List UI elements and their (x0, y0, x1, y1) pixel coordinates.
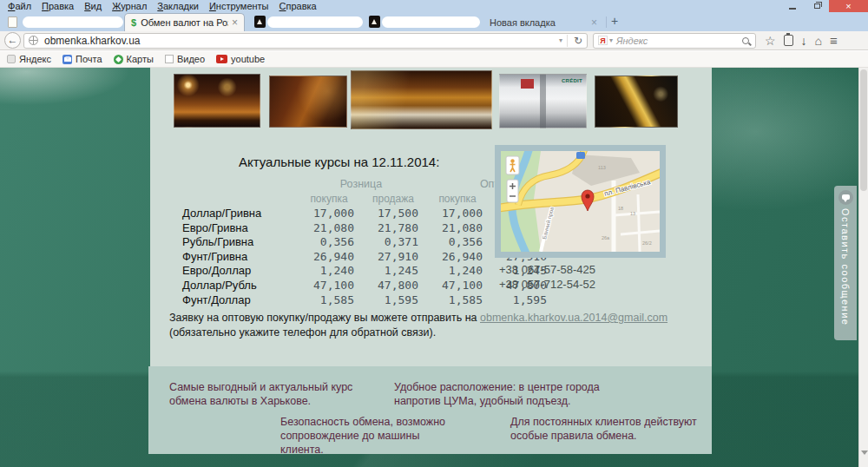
column-header: покупка (425, 193, 490, 205)
menu-bookmarks[interactable]: Закладки (152, 0, 204, 13)
map-building-number: 26а (602, 235, 610, 240)
bookmark-label: Яндекс (19, 54, 51, 64)
titlebar: Файл Правка Вид Журнал Закладки Инструме… (0, 0, 868, 13)
photo-thumbnail-5[interactable] (595, 76, 678, 128)
currency-favicon-icon: $ (131, 17, 136, 28)
background-tab-3[interactable] (382, 16, 480, 28)
bookmark-video[interactable]: Видео (165, 54, 205, 64)
table-row: Фунт/Доллар 1,585 1,595 1,585 1,595 (182, 293, 554, 307)
rate-value: 0,356 (297, 235, 361, 248)
leave-message-tab[interactable]: Оставить сообщение (834, 186, 857, 340)
map-building-number: 113 (598, 165, 606, 170)
toolbar-icons: ☆ ↓ ⌂ ≡ (765, 35, 838, 47)
column-header: покупка (297, 193, 361, 205)
phone-number: +38 057-712-54-52 (499, 277, 595, 292)
bookmark-yandex[interactable]: Яндекс (7, 54, 51, 64)
home-icon[interactable]: ⌂ (815, 35, 822, 47)
search-bar[interactable]: Я ▾ Яндекс (593, 33, 756, 49)
bookmark-star-icon[interactable]: ☆ (765, 35, 776, 47)
bookmark-youtube[interactable]: youtube (216, 54, 265, 64)
background-tab-1[interactable] (23, 16, 123, 28)
currency-pair: Фунт/Гривна (182, 250, 297, 263)
rate-value: 0,356 (425, 235, 490, 248)
video-icon (165, 55, 174, 63)
menu-tools[interactable]: Инструменты (204, 0, 274, 13)
rate-value: 21,080 (297, 221, 361, 234)
background-tab-3-favicon-icon (369, 16, 380, 28)
bookmarks-menu-icon[interactable] (784, 35, 793, 46)
page-favicon-icon (8, 16, 17, 28)
youtube-icon (216, 55, 227, 63)
menu-history[interactable]: Журнал (107, 0, 152, 13)
street-view-pegman-control[interactable] (506, 156, 519, 174)
bookmark-label: Почта (76, 54, 102, 64)
tab-active[interactable]: $ Обмен валют на Розы Л... × (124, 13, 245, 31)
photo-thumbnail-2[interactable] (269, 76, 347, 128)
email-link[interactable]: obmenka.kharkov.ua.2014@gmail.com (480, 312, 667, 324)
currency-pair: Доллар/Рубль (182, 279, 297, 292)
menu-edit[interactable]: Правка (36, 0, 79, 13)
scroll-down-arrow-icon[interactable] (861, 451, 868, 455)
photo-sign-red (521, 79, 534, 88)
bookmark-maps[interactable]: Карты (114, 54, 154, 64)
background-tab-2-favicon-icon (254, 16, 266, 28)
tab-divider (606, 16, 607, 28)
transit-station-icon (576, 152, 585, 159)
rate-value: 47,100 (425, 279, 490, 292)
hamburger-menu-icon[interactable]: ≡ (830, 35, 838, 47)
map-building-number: 18 (618, 206, 623, 211)
vertical-scrollbar[interactable] (858, 68, 868, 467)
tab-close-icon[interactable]: × (591, 16, 597, 29)
leave-message-label: Оставить сообщение (840, 208, 851, 334)
search-icon[interactable] (742, 37, 749, 44)
table-row: Евро/Доллар 1,240 1,245 1,240 1,245 (182, 264, 554, 279)
new-tab-button[interactable]: + (611, 14, 618, 28)
wholesale-note: Заявку на оптовую покупку/продажу вы мож… (169, 311, 692, 339)
background-tab-2[interactable] (267, 16, 363, 28)
chevron-down-icon[interactable]: ▾ (609, 36, 613, 44)
url-text[interactable]: obmenka.kharkov.ua (44, 35, 559, 47)
map-street (638, 194, 640, 252)
bookmark-mail[interactable]: Почта (62, 54, 102, 64)
rate-value: 1,595 (361, 293, 425, 306)
rate-value: 17,000 (297, 207, 361, 220)
maps-icon (114, 55, 123, 64)
bookmarks-bar: Яндекс Почта Карты Видео youtube (0, 51, 868, 68)
rate-value: 1,585 (297, 293, 361, 306)
downloads-icon[interactable]: ↓ (801, 35, 807, 47)
minimize-button[interactable] (780, 0, 805, 12)
reload-icon[interactable]: ↻ (567, 35, 582, 47)
globe-icon (29, 36, 38, 45)
rate-value: 47,800 (361, 279, 425, 292)
note-text: (обязательно укажите телефон для обратно… (169, 326, 436, 339)
menu-help[interactable]: Справка (274, 0, 322, 13)
restore-button[interactable] (805, 0, 829, 12)
back-button[interactable]: ← (4, 32, 21, 49)
features-panel: Самые выгодный и актуальный курс обмена … (148, 366, 712, 454)
address-bar[interactable]: obmenka.kharkov.ua ▾ ↻ (23, 33, 588, 49)
photo-thumbnail-3[interactable] (351, 70, 492, 129)
menu-file[interactable]: Файл (3, 0, 36, 13)
map-canvas[interactable]: пл. Павлівська Банний пров 113 18 13 26а… (501, 151, 660, 252)
chevron-down-icon[interactable]: ▾ (559, 36, 562, 44)
window-close-button[interactable]: × (829, 0, 868, 12)
map-zoom-control[interactable] (507, 180, 518, 202)
group-header-retail: Розница (297, 178, 425, 190)
table-row: Доллар/Рубль 47,100 47,800 47,100 47,800 (182, 278, 554, 293)
menu-view[interactable]: Вид (79, 0, 107, 13)
photo-thumbnail-1[interactable] (174, 74, 260, 128)
rate-value: 1,595 (490, 293, 554, 306)
note-text: Заявку на оптовую покупку/продажу вы мож… (169, 312, 480, 324)
phone-number: +38 067-57-58-425 (499, 262, 595, 277)
tab-new-tab[interactable]: Новая вкладка × (483, 13, 604, 31)
rate-value: 27,910 (361, 250, 425, 263)
photo-thumbnail-4[interactable]: CRÉDIT (499, 74, 587, 128)
feature-best-rate: Самые выгодный и актуальный курс обмена … (169, 380, 360, 408)
rate-value: 1,245 (361, 264, 425, 277)
search-input[interactable]: Яндекс (616, 36, 742, 46)
window-controls: × (780, 0, 868, 12)
rate-value: 17,000 (425, 207, 490, 220)
location-map[interactable]: пл. Павлівська Банний пров 113 18 13 26а… (495, 145, 666, 258)
scrollbar-thumb[interactable] (860, 69, 867, 191)
tab-close-icon[interactable]: × (232, 16, 238, 29)
